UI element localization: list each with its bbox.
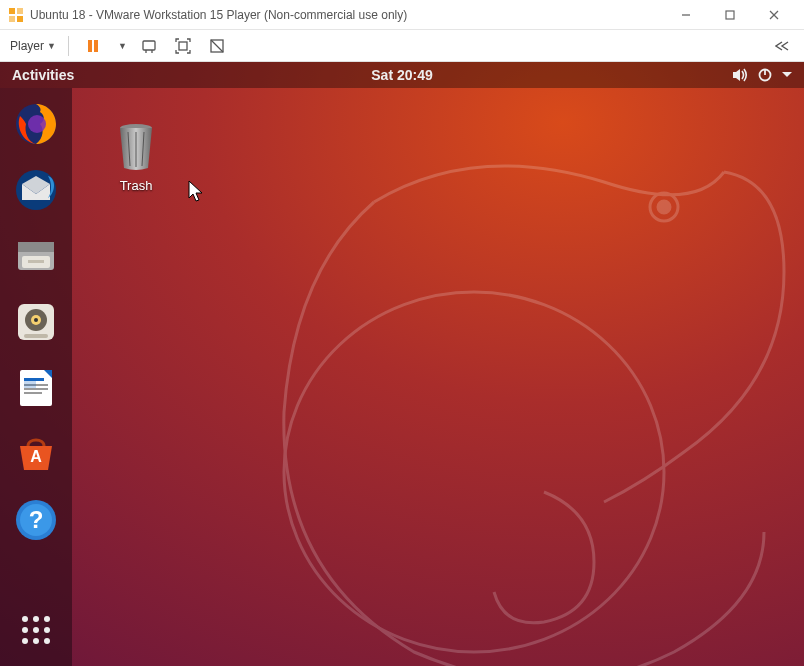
svg-rect-37	[24, 392, 42, 394]
svg-text:?: ?	[29, 506, 44, 533]
svg-rect-27	[28, 260, 44, 263]
pause-button[interactable]	[81, 34, 105, 58]
svg-rect-1	[17, 8, 23, 14]
svg-rect-32	[24, 334, 48, 338]
dock-app-ubuntu-software[interactable]: A	[12, 430, 60, 478]
activities-button[interactable]: Activities	[12, 67, 74, 83]
svg-rect-25	[18, 242, 54, 252]
svg-text:A: A	[30, 448, 42, 465]
guest-vm-display[interactable]: Activities Sat 20:49	[0, 62, 804, 666]
system-status-area[interactable]	[732, 68, 792, 82]
vmware-logo-icon	[8, 7, 24, 23]
dock-app-firefox[interactable]	[12, 100, 60, 148]
svg-rect-8	[88, 40, 92, 52]
vmware-titlebar: Ubuntu 18 - VMware Workstation 15 Player…	[0, 0, 804, 30]
dock-app-thunderbird[interactable]	[12, 166, 60, 214]
maximize-button[interactable]	[708, 0, 752, 30]
svg-rect-10	[143, 41, 155, 50]
svg-point-22	[28, 115, 46, 133]
player-menu-label: Player	[10, 39, 44, 53]
svg-point-18	[284, 292, 664, 652]
svg-rect-38	[24, 378, 36, 388]
svg-rect-0	[9, 8, 15, 14]
show-applications-button[interactable]	[12, 606, 60, 654]
chevron-down-icon[interactable]: ▼	[118, 41, 127, 51]
svg-rect-2	[9, 16, 15, 22]
collapse-toolbar-button[interactable]	[770, 34, 794, 58]
power-icon	[758, 68, 772, 82]
svg-point-17	[658, 201, 670, 213]
svg-point-31	[34, 318, 38, 322]
svg-rect-3	[17, 16, 23, 22]
chevron-down-icon: ▼	[47, 41, 56, 51]
window-title: Ubuntu 18 - VMware Workstation 15 Player…	[30, 8, 664, 22]
svg-rect-5	[726, 11, 734, 19]
trash-icon	[108, 118, 164, 174]
desktop-icon-trash[interactable]: Trash	[96, 118, 176, 193]
toolbar-divider	[68, 36, 69, 56]
wallpaper-beaver-icon	[224, 152, 804, 666]
fullscreen-button[interactable]	[171, 34, 195, 58]
dock-app-rhythmbox[interactable]	[12, 298, 60, 346]
apps-grid-icon	[22, 616, 50, 644]
volume-icon	[732, 68, 748, 82]
svg-rect-9	[94, 40, 98, 52]
unity-mode-button[interactable]	[205, 34, 229, 58]
desktop-icon-label: Trash	[96, 178, 176, 193]
close-button[interactable]	[752, 0, 796, 30]
clock[interactable]: Sat 20:49	[371, 67, 432, 83]
svg-rect-36	[24, 388, 48, 390]
gnome-topbar: Activities Sat 20:49	[0, 62, 804, 88]
dock-app-help[interactable]: ?	[12, 496, 60, 544]
dock: A ?	[0, 88, 72, 666]
dock-app-files[interactable]	[12, 232, 60, 280]
svg-rect-13	[179, 42, 187, 50]
chevron-down-icon	[782, 71, 792, 79]
svg-line-15	[211, 40, 223, 52]
minimize-button[interactable]	[664, 0, 708, 30]
player-menu[interactable]: Player ▼	[10, 34, 56, 58]
vmware-toolbar: Player ▼ ▼	[0, 30, 804, 62]
mouse-cursor-icon	[188, 180, 204, 204]
send-ctrl-alt-del-button[interactable]	[137, 34, 161, 58]
dock-app-libreoffice-writer[interactable]	[12, 364, 60, 412]
